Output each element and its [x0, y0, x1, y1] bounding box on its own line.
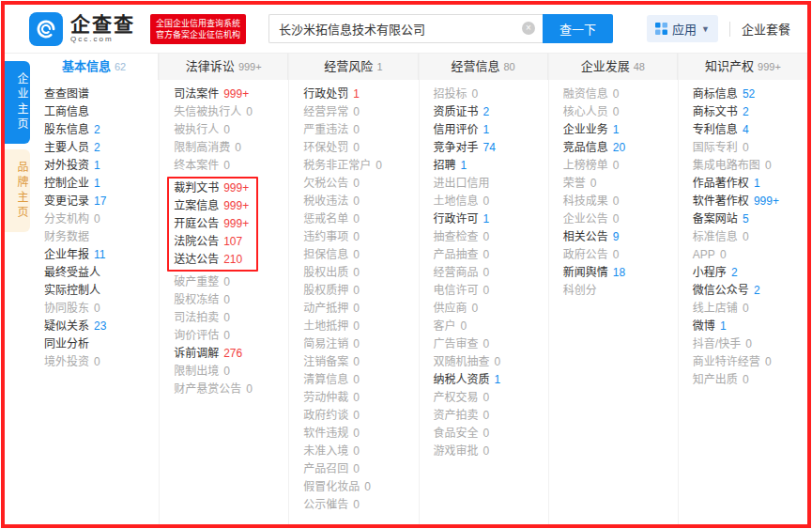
menu-item[interactable]: 疑似关系23 — [44, 318, 159, 335]
tab-2[interactable]: 法律诉讼999+ — [160, 54, 288, 80]
menu-item: 线上店铺0 — [693, 300, 807, 318]
menu-item[interactable]: 行政处罚1 — [303, 86, 418, 103]
menu-item: 标准信息0 — [693, 228, 807, 246]
tab-4[interactable]: 经营信息80 — [420, 54, 548, 80]
menu-item[interactable]: 股东信息2 — [44, 121, 159, 139]
menu-item[interactable]: 送达公告210 — [174, 251, 249, 269]
menu-item[interactable]: 微博1 — [693, 318, 807, 335]
menu-item[interactable]: 软件著作权999+ — [693, 193, 807, 210]
menu-item[interactable]: 信用评价1 — [434, 121, 548, 139]
menu-item: 境外投资0 — [44, 353, 159, 371]
apps-label: 应用 — [672, 20, 697, 38]
menu-item: 商业特许经营0 — [693, 353, 807, 371]
nav-column: 法律诉讼999+司法案件999+失信被执行人0被执行人0限制高消费0终本案件0裁… — [160, 54, 289, 527]
qichacha-page: 企查查 Qcc.com 全国企业信用查询系统 官方备案企业征信机构 × 查一下 — [1, 1, 811, 528]
chevron-down-icon: ▼ — [701, 24, 710, 34]
menu-item: 国际专利0 — [693, 139, 807, 157]
menu-item: 假冒化妆品0 — [303, 478, 418, 496]
menu-item[interactable]: 工商信息 — [44, 103, 159, 121]
nav-columns: 基本信息62查查图谱工商信息股东信息2主要人员2对外投资1控制企业1变更记录17… — [30, 54, 807, 527]
menu-item[interactable]: 企业业务1 — [563, 121, 678, 139]
menu-item[interactable]: 竞品信息20 — [563, 139, 678, 157]
menu-item[interactable]: 诉前调解276 — [174, 345, 288, 363]
logo-text: 企查查 — [70, 14, 135, 34]
enterprise-package-link[interactable]: 企业套餐 — [742, 20, 790, 38]
logo[interactable]: 企查查 Qcc.com 全国企业信用查询系统 官方备案企业征信机构 — [29, 12, 246, 46]
tab-company-homepage[interactable]: 企业主页 — [5, 61, 30, 144]
menu-item: 询价评估0 — [174, 327, 288, 345]
menu-item: 软件违规0 — [303, 425, 418, 443]
menu-item[interactable]: 立案信息999+ — [174, 197, 249, 215]
menu-item: 客户0 — [434, 318, 548, 335]
search-zone: × 查一下 — [268, 14, 613, 43]
menu-item[interactable]: 竞争对手74 — [434, 139, 548, 157]
tab-1[interactable]: 基本信息62 — [30, 54, 159, 80]
menu-item[interactable]: 资质证书2 — [434, 103, 548, 121]
menu-item: 股权质押0 — [303, 282, 418, 300]
menu-item: 公示催告0 — [303, 496, 418, 514]
menu-item[interactable]: 商标信息52 — [693, 86, 807, 103]
nav-column: 经营风险1行政处罚1经营异常0严重违法0环保处罚0税务非正常户0欠税公告0税收违… — [289, 54, 419, 527]
menu-item: 荣誉0 — [563, 175, 678, 193]
menu-item[interactable]: 行政许可1 — [434, 210, 548, 228]
menu-item[interactable]: 企业年报11 — [44, 246, 159, 264]
search-button[interactable]: 查一下 — [543, 14, 613, 43]
menu-item: 限制高消费0 — [174, 139, 288, 157]
menu-item[interactable]: 变更记录17 — [44, 193, 159, 210]
menu-item: 简易注销0 — [303, 335, 418, 353]
tab-brand-homepage[interactable]: 品牌主页 — [5, 149, 30, 232]
menu-item: 协同股东0 — [44, 300, 159, 318]
menu-item[interactable]: 控制企业1 — [44, 175, 159, 193]
nav-column: 企业发展48融资信息0核心人员0企业业务1竞品信息20上榜榜单0荣誉0科技成果0… — [549, 54, 679, 527]
menu-item: 电信许可0 — [434, 282, 548, 300]
menu-item[interactable]: 招聘1 — [434, 157, 548, 175]
search-input[interactable] — [268, 14, 543, 43]
tab-6[interactable]: 知识产权999+ — [679, 54, 807, 80]
menu-item: 土地抵押0 — [303, 318, 418, 335]
menu-item: 失信被执行人0 — [174, 103, 288, 121]
menu-item: 动产抵押0 — [303, 300, 418, 318]
topbar: 企查查 Qcc.com 全国企业信用查询系统 官方备案企业征信机构 × 查一下 — [5, 5, 807, 54]
side-tabs: 企业主页 品牌主页 — [5, 54, 30, 527]
menu-item[interactable]: 司法案件999+ — [174, 86, 288, 103]
menu-item[interactable]: 法院公告107 — [174, 233, 249, 251]
menu-item[interactable]: 相关公告9 — [563, 228, 678, 246]
menu-item: 劳动仲裁0 — [303, 389, 418, 407]
menu-item: 上榜榜单0 — [563, 157, 678, 175]
menu-item: 严重违法0 — [303, 121, 418, 139]
tab-5[interactable]: 企业发展48 — [549, 54, 678, 80]
menu-item[interactable]: 专利信息4 — [693, 121, 807, 139]
menu-item[interactable]: 小程序2 — [693, 264, 807, 282]
apps-menu[interactable]: 应用 ▼ — [647, 15, 718, 42]
qcc-logo-icon — [29, 12, 63, 46]
menu-item[interactable]: 备案网站5 — [693, 210, 807, 228]
menu-item: 集成电路布图0 — [693, 157, 807, 175]
menu-item: 担保信息0 — [303, 246, 418, 264]
red-annotation-box: 裁判文书999+立案信息999+开庭公告999+法院公告107送达公告210 — [167, 177, 258, 272]
menu-item[interactable]: 同业分析 — [44, 335, 159, 353]
menu-item[interactable]: 实际控制人 — [44, 282, 159, 300]
menu-item[interactable]: 对外投资1 — [44, 157, 159, 175]
menu-item: 招投标0 — [434, 86, 548, 103]
menu-item[interactable]: 纳税人资质1 — [434, 371, 548, 389]
menu-item: 双随机抽查0 — [434, 353, 548, 371]
menu-item[interactable]: 作品著作权1 — [693, 175, 807, 193]
tab-3[interactable]: 经营风险1 — [289, 54, 418, 80]
menu-item[interactable]: 商标文书2 — [693, 103, 807, 121]
menu-item[interactable]: 开庭公告999+ — [174, 215, 249, 233]
menu-item: 游戏审批0 — [434, 443, 548, 460]
divider — [729, 22, 730, 37]
menu-item[interactable]: 查查图谱 — [44, 86, 159, 103]
menu-item[interactable]: 主要人员2 — [44, 139, 159, 157]
menu-item[interactable]: 新闻舆情18 — [563, 264, 678, 282]
menu-item: 分支机构0 — [44, 210, 159, 228]
menu-item: 进出口信用 — [434, 175, 548, 193]
menu-item: 注销备案0 — [303, 353, 418, 371]
menu-item[interactable]: 裁判文书999+ — [174, 179, 249, 197]
menu-item[interactable]: 最终受益人 — [44, 264, 159, 282]
clear-search-icon[interactable]: × — [522, 22, 535, 35]
menu-item[interactable]: 微信公众号2 — [693, 282, 807, 300]
menu-item: 终本案件0 — [174, 157, 288, 175]
logo-subtext: Qcc.com — [70, 36, 135, 43]
menu-item: APP0 — [693, 246, 807, 264]
